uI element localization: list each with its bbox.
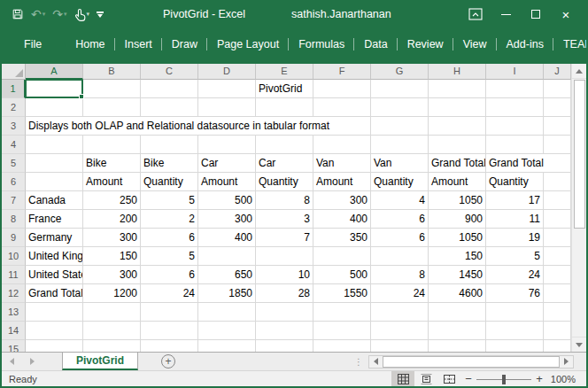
cell-B8[interactable]: 200 bbox=[83, 210, 141, 229]
cell-B1[interactable] bbox=[83, 80, 141, 98]
cell-A8[interactable]: France bbox=[26, 210, 83, 229]
cell-D12[interactable]: 1850 bbox=[198, 284, 256, 303]
cell-A9[interactable]: Germany bbox=[26, 229, 83, 247]
cell-G12[interactable]: 24 bbox=[371, 284, 429, 303]
cell-J7[interactable] bbox=[544, 191, 571, 210]
page-break-preview-button[interactable] bbox=[437, 371, 460, 386]
column-header-C[interactable]: C bbox=[141, 64, 198, 80]
page-layout-view-button[interactable] bbox=[414, 371, 437, 386]
sheet-tab-pivotgrid[interactable]: PivotGrid bbox=[62, 353, 138, 370]
row-header-13[interactable]: 13 bbox=[2, 303, 26, 322]
cell-J10[interactable] bbox=[544, 247, 571, 266]
row-header-5[interactable]: 5 bbox=[2, 154, 26, 173]
cell-J1[interactable] bbox=[544, 80, 571, 98]
cell-E2[interactable] bbox=[256, 98, 313, 117]
cell-C4[interactable] bbox=[141, 136, 198, 154]
zoom-in-button[interactable]: + bbox=[531, 372, 547, 385]
cell-C13[interactable] bbox=[141, 303, 198, 322]
sheet-nav-right-button[interactable] bbox=[22, 358, 43, 365]
maximize-button[interactable] bbox=[521, 2, 551, 27]
cell-E7[interactable]: 8 bbox=[256, 191, 313, 210]
cell-I9[interactable]: 19 bbox=[486, 229, 544, 247]
cell-J15[interactable] bbox=[544, 340, 571, 352]
cell-B9[interactable]: 300 bbox=[83, 229, 141, 247]
cell-E9[interactable]: 7 bbox=[256, 229, 313, 247]
cell-H13[interactable] bbox=[429, 303, 486, 322]
cell-F12[interactable]: 1550 bbox=[313, 284, 371, 303]
row-header-2[interactable]: 2 bbox=[2, 98, 26, 117]
scroll-left-button[interactable] bbox=[369, 356, 383, 368]
cell-B7[interactable]: 250 bbox=[83, 191, 141, 210]
cell-C14[interactable] bbox=[141, 322, 198, 340]
cell-D4[interactable] bbox=[198, 136, 256, 154]
column-header-D[interactable]: D bbox=[198, 64, 256, 80]
scroll-up-button[interactable] bbox=[572, 64, 586, 79]
cell-C9[interactable]: 6 bbox=[141, 229, 198, 247]
vertical-scrollbar[interactable] bbox=[571, 64, 586, 352]
cell-F13[interactable] bbox=[313, 303, 371, 322]
ribbon-display-options-button[interactable] bbox=[460, 2, 491, 27]
cell-A5[interactable] bbox=[26, 154, 83, 173]
vertical-scroll-track[interactable] bbox=[572, 79, 586, 337]
cell-F6[interactable]: Amount bbox=[313, 173, 371, 191]
cell-F9[interactable]: 350 bbox=[313, 229, 371, 247]
cell-J11[interactable] bbox=[544, 266, 571, 284]
cell-C1[interactable] bbox=[141, 80, 198, 98]
ribbon-tab-add-ins[interactable]: Add-ins bbox=[497, 28, 553, 60]
cell-I8[interactable]: 11 bbox=[486, 210, 544, 229]
cell-G11[interactable]: 8 bbox=[371, 266, 429, 284]
cell-J14[interactable] bbox=[544, 322, 571, 340]
ribbon-tab-home[interactable]: Home bbox=[66, 28, 114, 60]
touch-mouse-mode-button[interactable]: ▾ bbox=[72, 4, 93, 24]
cell-D6[interactable]: Amount bbox=[198, 173, 256, 191]
cell-H15[interactable] bbox=[429, 340, 486, 352]
cell-C5[interactable]: Bike bbox=[141, 154, 198, 173]
cell-C6[interactable]: Quantity bbox=[141, 173, 198, 191]
ribbon-tab-review[interactable]: Review bbox=[398, 28, 453, 60]
cell-F1[interactable] bbox=[313, 80, 371, 98]
cell-G2[interactable] bbox=[371, 98, 429, 117]
cell-C12[interactable]: 24 bbox=[141, 284, 198, 303]
cell-D14[interactable] bbox=[198, 322, 256, 340]
cell-C8[interactable]: 2 bbox=[141, 210, 198, 229]
row-header-9[interactable]: 9 bbox=[2, 229, 26, 247]
cell-A7[interactable]: Canada bbox=[26, 191, 83, 210]
cell-H7[interactable]: 1050 bbox=[429, 191, 486, 210]
cell-E6[interactable]: Quantity bbox=[256, 173, 313, 191]
cell-F8[interactable]: 400 bbox=[313, 210, 371, 229]
zoom-slider-handle[interactable] bbox=[502, 375, 506, 384]
cell-F7[interactable]: 300 bbox=[313, 191, 371, 210]
customize-quick-access-button[interactable] bbox=[94, 4, 106, 24]
cell-A10[interactable]: United Kingdom bbox=[26, 247, 83, 266]
cell-G3[interactable] bbox=[371, 117, 429, 136]
cell-D13[interactable] bbox=[198, 303, 256, 322]
cell-B5[interactable]: Bike bbox=[83, 154, 141, 173]
cell-C7[interactable]: 5 bbox=[141, 191, 198, 210]
row-header-3[interactable]: 3 bbox=[2, 117, 26, 136]
save-button[interactable] bbox=[9, 4, 27, 24]
tab-bar-resize-handle[interactable]: ⋮ bbox=[354, 357, 368, 367]
cell-I12[interactable]: 76 bbox=[486, 284, 544, 303]
horizontal-scrollbar[interactable] bbox=[368, 355, 574, 369]
cell-G8[interactable]: 6 bbox=[371, 210, 429, 229]
cell-G7[interactable]: 4 bbox=[371, 191, 429, 210]
cell-E1[interactable]: PivotGrid bbox=[256, 80, 313, 98]
cell-J4[interactable] bbox=[544, 136, 571, 154]
cell-G15[interactable] bbox=[371, 340, 429, 352]
row-header-8[interactable]: 8 bbox=[2, 210, 26, 229]
row-header-7[interactable]: 7 bbox=[2, 191, 26, 210]
cell-G9[interactable]: 6 bbox=[371, 229, 429, 247]
cell-B2[interactable] bbox=[83, 98, 141, 117]
cell-I11[interactable]: 24 bbox=[486, 266, 544, 284]
cell-E14[interactable] bbox=[256, 322, 313, 340]
cell-J9[interactable] bbox=[544, 229, 571, 247]
zoom-level[interactable]: 100% bbox=[547, 374, 586, 384]
column-header-B[interactable]: B bbox=[83, 64, 141, 80]
cell-D11[interactable]: 650 bbox=[198, 266, 256, 284]
cell-J6[interactable] bbox=[544, 173, 571, 191]
cell-E10[interactable] bbox=[256, 247, 313, 266]
cell-F14[interactable] bbox=[313, 322, 371, 340]
ribbon-tab-draw[interactable]: Draw bbox=[162, 28, 207, 60]
cell-B4[interactable] bbox=[83, 136, 141, 154]
undo-button[interactable]: ↶▾ bbox=[28, 4, 48, 24]
